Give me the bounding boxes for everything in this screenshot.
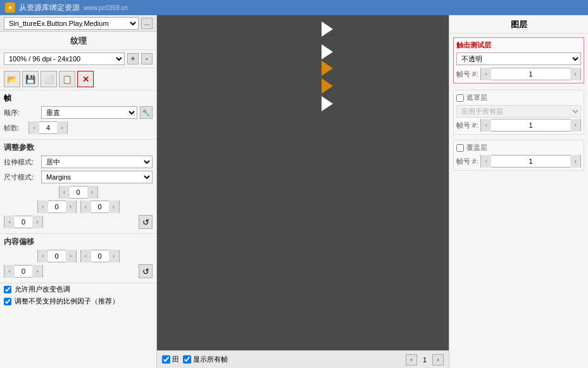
page-prev-button[interactable]: ‹ bbox=[406, 354, 417, 365]
adjust-reset-button[interactable]: ↺ bbox=[139, 215, 153, 229]
cover-frame-val[interactable] bbox=[491, 157, 570, 165]
zoom-select[interactable]: 100% / 96 dpi - 24x100 bbox=[4, 52, 125, 65]
adj-spin1-val[interactable] bbox=[70, 188, 87, 196]
arrow-white-2 bbox=[322, 44, 333, 59]
zoom-minus-button[interactable]: - bbox=[141, 53, 153, 64]
top-bar: ★ 从资源库绑定资源 www.pc0359.cn bbox=[0, 0, 588, 15]
off-spin1-val[interactable] bbox=[48, 252, 66, 260]
adjust-spinner-2: ‹ › bbox=[37, 200, 77, 213]
texture-section-header: 纹理 bbox=[0, 32, 156, 50]
frame-section: 帧 顺序: 垂直 🔧 帧数: ‹ › bbox=[0, 90, 156, 140]
tool-copy-button[interactable]: ⬜ bbox=[41, 71, 57, 87]
grid-checkbox[interactable] bbox=[162, 355, 170, 364]
mask-frame-val[interactable] bbox=[491, 121, 570, 129]
left-panel: Sin_ttureEx.Button.Play.Medium ... 纹理 10… bbox=[0, 15, 157, 368]
off-spin2-dec[interactable]: ‹ bbox=[81, 250, 91, 262]
adj-spin2-val[interactable] bbox=[48, 203, 66, 211]
zoom-bar: 100% / 96 dpi - 24x100 + - bbox=[0, 50, 156, 68]
allow-color-change-checkbox[interactable] bbox=[4, 286, 11, 293]
main-layout: Sin_ttureEx.Button.Play.Medium ... 纹理 10… bbox=[0, 15, 588, 368]
show-all-frames-checkbox[interactable] bbox=[183, 355, 191, 364]
hit-test-frame-dec[interactable]: ‹ bbox=[481, 68, 491, 80]
off-spin3-dec[interactable]: ‹ bbox=[4, 265, 15, 278]
off-spin2-val[interactable] bbox=[91, 252, 109, 260]
adj-spin3-inc[interactable]: › bbox=[109, 200, 119, 213]
offset-reset-button[interactable]: ↺ bbox=[139, 264, 153, 278]
offset-row2: ‹ › ↺ bbox=[4, 264, 153, 278]
off-spin1-dec[interactable]: ‹ bbox=[38, 250, 48, 262]
scale-factor-checkbox[interactable] bbox=[4, 298, 11, 305]
frame-count-inc[interactable]: › bbox=[57, 121, 67, 134]
mask-frame-inc[interactable]: › bbox=[570, 119, 580, 132]
cover-layer-check-row: 覆盖层 bbox=[456, 143, 581, 152]
cover-layer-label: 覆盖层 bbox=[466, 143, 487, 152]
adj-spin1-inc[interactable]: › bbox=[87, 186, 97, 199]
size-mode-select[interactable]: Margins bbox=[41, 171, 153, 183]
mask-layer-checkbox[interactable] bbox=[456, 94, 464, 102]
adjust-spinner-4: ‹ › bbox=[4, 216, 43, 228]
frame-count-label: 帧数: bbox=[4, 123, 26, 133]
order-icon-button[interactable]: 🔧 bbox=[140, 106, 153, 119]
resource-select[interactable]: Sin_ttureEx.Button.Play.Medium bbox=[4, 17, 139, 30]
hit-test-frame-inc[interactable]: › bbox=[570, 68, 580, 80]
mask-layer-section: 遮罩层 应用于所有层 帧号 #: ‹ › bbox=[453, 90, 584, 135]
arrow-white-3 bbox=[322, 96, 333, 111]
adj-spin1-dec[interactable]: ‹ bbox=[59, 186, 70, 199]
off-spin2-inc[interactable]: › bbox=[109, 250, 119, 262]
show-all-frames-text: 显示所有帧 bbox=[193, 355, 228, 364]
off-spin1-inc[interactable]: › bbox=[66, 250, 76, 262]
mask-frame-row: 帧号 #: ‹ › bbox=[456, 119, 581, 132]
page-number: 1 bbox=[418, 356, 431, 364]
resource-browse-button[interactable]: ... bbox=[141, 18, 153, 29]
right-panel-header: 图层 bbox=[449, 15, 588, 34]
canvas-area bbox=[157, 15, 449, 350]
mask-frame-dec[interactable]: ‹ bbox=[481, 119, 491, 132]
cover-frame-label: 帧号 #: bbox=[456, 157, 478, 166]
hit-test-layer-select[interactable]: 不透明 bbox=[456, 52, 581, 65]
off-spin3-val[interactable] bbox=[15, 267, 32, 275]
page-nav: ‹ 1 › bbox=[406, 354, 444, 365]
tool-paste-button[interactable]: 📋 bbox=[59, 71, 75, 87]
tool-save-button[interactable]: 💾 bbox=[22, 71, 39, 87]
resource-bar: Sin_ttureEx.Button.Play.Medium ... bbox=[0, 15, 156, 32]
off-spin3-inc[interactable]: › bbox=[32, 265, 42, 278]
order-row: 顺序: 垂直 🔧 bbox=[4, 106, 153, 119]
frame-count-dec[interactable]: ‹ bbox=[29, 121, 39, 134]
checkbox-scale-row: 调整不受支持的比例因子（推荐） bbox=[0, 295, 156, 307]
adj-spin4-dec[interactable]: ‹ bbox=[4, 216, 15, 228]
hit-test-frame-val[interactable] bbox=[491, 70, 570, 78]
cover-frame-spinner: ‹ › bbox=[480, 155, 581, 168]
tool-delete-button[interactable]: ✕ bbox=[77, 71, 94, 87]
cover-frame-inc[interactable]: › bbox=[570, 155, 580, 168]
adj-spin2-dec[interactable]: ‹ bbox=[38, 200, 48, 213]
order-select[interactable]: 垂直 bbox=[41, 106, 137, 119]
offset-section: 内容偏移 ‹ › ‹ › ‹ › bbox=[0, 234, 156, 283]
top-bar-title: 从资源库绑定资源 bbox=[19, 3, 80, 13]
size-mode-row: 尺寸模式: Margins bbox=[4, 171, 153, 183]
grid-checkbox-label: 田 bbox=[162, 355, 179, 364]
scale-factor-label: 调整不受支持的比例因子（推荐） bbox=[15, 297, 119, 306]
zoom-plus-button[interactable]: + bbox=[127, 53, 139, 64]
stretch-select[interactable]: 居中 bbox=[41, 156, 153, 168]
frame-count-value[interactable] bbox=[39, 124, 57, 132]
page-next-button[interactable]: › bbox=[432, 354, 444, 365]
cover-frame-dec[interactable]: ‹ bbox=[481, 155, 491, 168]
adj-spin3-dec[interactable]: ‹ bbox=[81, 200, 91, 213]
tool-folder-button[interactable]: 📂 bbox=[4, 71, 20, 87]
offset-spinner-3: ‹ › bbox=[4, 265, 43, 278]
adj-spin4-val[interactable] bbox=[15, 218, 32, 226]
stretch-label: 拉伸模式: bbox=[4, 157, 39, 167]
arrow-5 bbox=[322, 96, 333, 111]
adj-spin3-val[interactable] bbox=[91, 203, 109, 211]
arrow-4 bbox=[322, 78, 333, 94]
cover-layer-checkbox[interactable] bbox=[456, 144, 464, 152]
offset-title: 内容偏移 bbox=[4, 236, 153, 247]
adjust-spinner-row3: ‹ › ↺ bbox=[4, 215, 153, 229]
frame-count-spinner: ‹ › bbox=[28, 121, 68, 134]
adj-spin4-inc[interactable]: › bbox=[32, 216, 42, 228]
hit-test-layer-title: 触击测试层 bbox=[456, 40, 581, 50]
arrow-orange-1 bbox=[322, 61, 333, 76]
toolbar-row: 📂 💾 ⬜ 📋 ✕ bbox=[0, 68, 156, 90]
adj-spin2-inc[interactable]: › bbox=[66, 200, 76, 213]
app-icon: ★ bbox=[5, 3, 15, 13]
